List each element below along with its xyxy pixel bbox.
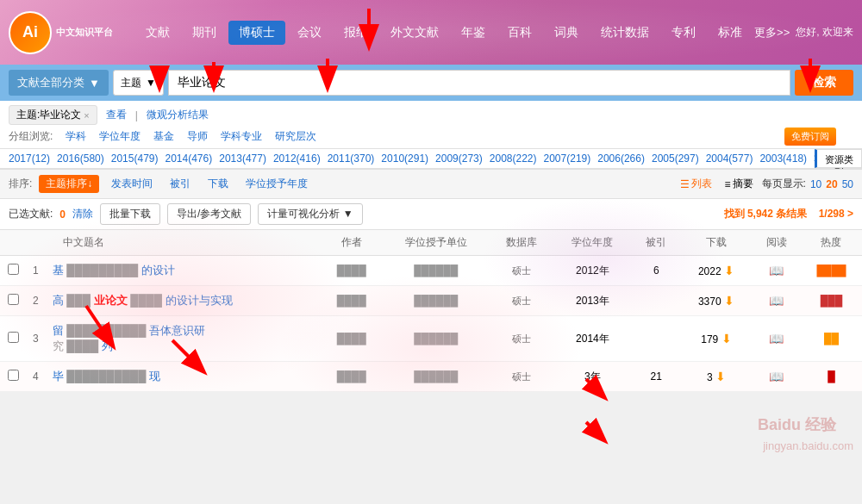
page-size-20[interactable]: 20 (826, 178, 837, 190)
year-2014[interactable]: 2014(476) (165, 152, 212, 165)
year-2003[interactable]: 2003(418) (759, 152, 807, 165)
search-button[interactable]: 检索 (795, 70, 853, 96)
search-input[interactable] (168, 70, 790, 96)
row3-download: 179 ⬇ (681, 316, 752, 362)
row3-read-icon[interactable]: 📖 (769, 332, 784, 345)
filter-group-yanjiu[interactable]: 研究层次 (275, 129, 316, 144)
sort-download-btn[interactable]: 下载 (203, 175, 234, 193)
sort-topic-btn[interactable]: 主题排序↓ (39, 175, 99, 193)
nav-item-cidian[interactable]: 词典 (544, 21, 589, 45)
filter-tags: 主题:毕业论文 × 查看 | 微观分析结果 (9, 105, 853, 125)
free-subscribe-btn[interactable]: 免费订阅 (784, 128, 836, 146)
row3-title-link[interactable]: 留 ██████████ 吾体意识研 究 ████ 列 (53, 324, 205, 352)
nav-item-boshuoshi[interactable]: 博硕士 (228, 21, 285, 45)
search-bar: 文献全部分类 ▼ 主题 ▼ 检索 (0, 65, 862, 101)
visualization-arrow: ▼ (343, 208, 353, 220)
row3-author-blur: ████ (337, 333, 366, 345)
filter-tag-close[interactable]: × (84, 110, 89, 121)
filter-group-xueke[interactable]: 学科 (66, 129, 86, 144)
year-2004[interactable]: 2004(577) (706, 152, 753, 165)
sort-degree-btn[interactable]: 学位授予年度 (240, 175, 313, 193)
nav-item-baozhi[interactable]: 报纸 (334, 21, 378, 45)
row1-read-icon[interactable]: 📖 (769, 264, 784, 277)
nav-item-zhuanli[interactable]: 专利 (661, 21, 706, 45)
nav-item-huiyi[interactable]: 会议 (287, 21, 332, 45)
year-2009[interactable]: 2009(273) (435, 152, 483, 165)
export-refs-btn[interactable]: 导出/参考文献 (167, 203, 251, 225)
sort-time-btn[interactable]: 发表时间 (106, 175, 158, 193)
year-2015[interactable]: 2015(479) (111, 152, 159, 165)
row1-download-icon[interactable]: ⬇ (724, 264, 734, 277)
year-2010[interactable]: 2010(291) (381, 152, 428, 165)
table-row: 2 高 ███ 业论文 ████ 的设计与实现 ████ ██████ 硕士 2… (0, 286, 862, 316)
clear-link[interactable]: 清除 (72, 207, 93, 221)
row4-download-icon[interactable]: ⬇ (715, 370, 726, 383)
row2-download-icon[interactable]: ⬇ (724, 294, 734, 308)
row1-author: ████ (321, 256, 382, 286)
year-2008[interactable]: 2008(222) (490, 152, 537, 165)
view-abstract-btn[interactable]: ≡ 摘要 (721, 175, 758, 193)
row1-checkbox[interactable] (8, 264, 19, 275)
sort-bar: 排序: 主题排序↓ 发表时间 被引 下载 学位授予年度 ☰ 列表 ≡ 摘要 每页… (0, 169, 862, 199)
batch-download-btn[interactable]: 批量下载 (100, 203, 160, 225)
nav-item-waiwen[interactable]: 外文文献 (380, 21, 449, 45)
search-category-btn[interactable]: 文献全部分类 ▼ (9, 70, 109, 96)
year-2016[interactable]: 2016(580) (57, 152, 104, 165)
search-type-select[interactable]: 主题 ▼ (113, 70, 164, 96)
logo-text: Ai (22, 23, 38, 41)
year-2006[interactable]: 2006(266) (597, 152, 645, 165)
filter-group-zhuanye[interactable]: 学科专业 (221, 129, 262, 144)
filter-group-jijin[interactable]: 基金 (153, 129, 174, 144)
row4-title-cell: 毕 ██████████ 现 (46, 362, 322, 392)
row4-read-icon[interactable]: 📖 (769, 370, 784, 383)
results-count: 找到 5,942 条结果 1/298 > (724, 207, 853, 221)
logo-icon[interactable]: Ai (9, 11, 52, 54)
filter-analysis-link[interactable]: 微观分析结果 (147, 108, 209, 122)
row2-title-link[interactable]: 高 ███ 业论文 ████ 的设计与实现 (53, 294, 233, 307)
filter-group-daoshi[interactable]: 导师 (187, 129, 208, 144)
filter-group-xueweinianc[interactable]: 学位年度 (99, 129, 141, 144)
year-2005[interactable]: 2005(297) (652, 152, 699, 165)
row1-title-prefix: 基 (53, 264, 64, 277)
row3-num: 3 (26, 316, 46, 362)
visualization-label: 计量可视化分析 (267, 208, 340, 220)
results-section: 排序: 主题排序↓ 发表时间 被引 下载 学位授予年度 ☰ 列表 ≡ 摘要 每页… (0, 169, 862, 392)
row1-year: 2012年 (553, 256, 632, 286)
row2-read-icon[interactable]: 📖 (769, 294, 784, 308)
header: Ai 中文知识平台 文献 期刊 博硕士 会议 报纸 外文文献 年鉴 百科 词典 … (0, 0, 862, 65)
row4-cited: 21 (632, 362, 681, 392)
row3-title-mid: 吾体意识研 (149, 324, 205, 337)
nav-item-qikan[interactable]: 期刊 (182, 21, 227, 45)
year-2011[interactable]: 2011(370) (328, 152, 375, 165)
nav-item-biaozhun[interactable]: 标准 (708, 21, 753, 45)
dropdown-icon: ▼ (89, 77, 100, 90)
page-size-10[interactable]: 10 (810, 178, 821, 190)
nav-item-wenxian[interactable]: 文献 (135, 21, 180, 45)
year-2013[interactable]: 2013(477) (219, 152, 266, 165)
row3-checkbox[interactable] (8, 332, 19, 343)
nav-item-tongji[interactable]: 统计数据 (590, 21, 659, 45)
row3-download-icon[interactable]: ⬇ (721, 332, 732, 345)
row3-db: 硕士 (490, 316, 553, 362)
page-size-50[interactable]: 50 (842, 178, 853, 190)
nav-item-nianjian[interactable]: 年鉴 (451, 21, 496, 45)
sort-cited-btn[interactable]: 被引 (165, 175, 196, 193)
nav-item-more[interactable]: 更多>> (754, 25, 790, 40)
year-2012[interactable]: 2012(416) (273, 152, 321, 165)
row3-checkbox-cell (0, 316, 26, 362)
page-indicator[interactable]: 1/298 > (819, 208, 853, 220)
row1-heat-bar: ████ (816, 264, 846, 277)
filter-check-link[interactable]: 查看 (106, 108, 127, 122)
row1-title-link[interactable]: 基 █████████ 的设计 (53, 264, 175, 277)
year-2007[interactable]: 2007(219) (544, 152, 591, 165)
visualization-btn[interactable]: 计量可视化分析 ▼ (258, 203, 362, 225)
view-list-btn[interactable]: ☰ 列表 (676, 175, 716, 193)
year-2017[interactable]: 2017(12) (9, 152, 50, 165)
row4-title-link[interactable]: 毕 ██████████ 现 (53, 370, 160, 383)
row1-cited: 6 (632, 256, 681, 286)
row2-checkbox[interactable] (8, 294, 19, 305)
nav-item-baike[interactable]: 百科 (497, 21, 542, 45)
row4-checkbox[interactable] (8, 370, 19, 381)
row3-title-blur2: 究 (53, 339, 64, 352)
row2-heat: ███ (801, 286, 862, 316)
